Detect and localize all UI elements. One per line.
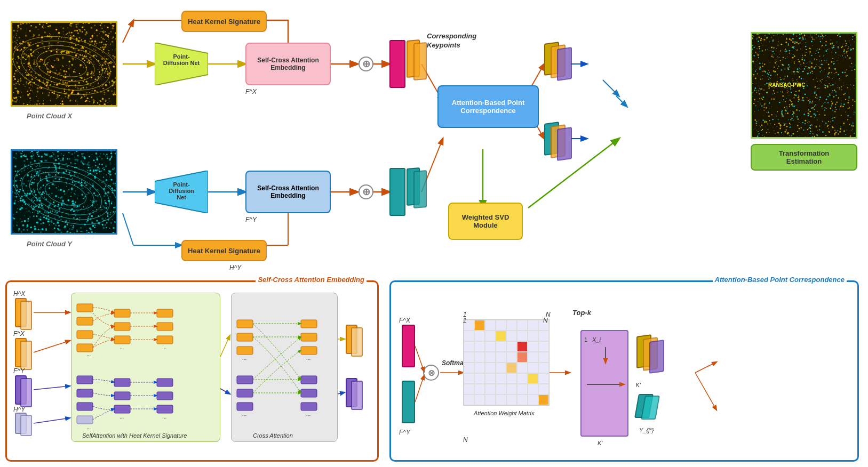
point-cloud-x (11, 21, 117, 107)
svg-line-4 (123, 20, 133, 43)
point-cloud-y (11, 149, 117, 235)
svg-line-85 (415, 375, 424, 402)
bottom-left-section: Self-Cross Attention Embedding H^X F^X F… (5, 280, 379, 462)
transform-image (751, 32, 857, 139)
feat-stack-y2 (413, 170, 427, 208)
svg-line-89 (695, 373, 716, 410)
pdnet-y: Point-DiffusionNet (155, 171, 208, 213)
svg-line-81 (220, 389, 230, 394)
svg-line-78 (34, 386, 70, 390)
plus-x: ⊕ (359, 57, 373, 71)
pdnet-x: Point- Diffusion Net (155, 43, 208, 85)
feature-block-y (389, 168, 405, 216)
bottom-right-section: Attention-Based Point Correspondence F^X… (389, 280, 859, 462)
transformation-estimation: Transformation Estimation (751, 144, 857, 171)
plus-y: ⊕ (359, 184, 373, 199)
yj-label: Y_{j*} (639, 427, 654, 433)
svg-text:N: N (463, 436, 468, 444)
svg-line-22 (528, 139, 619, 208)
svg-line-17 (123, 213, 133, 245)
self-cross-attention-y: Self-Cross Attention Embedding (245, 171, 331, 213)
topk-label: Top-k (572, 309, 591, 317)
attention-matrix: Attention Weight Matrix (463, 319, 550, 406)
selection-box: K' K' X_i 1 (580, 330, 628, 437)
fy-label: F^Y (245, 216, 257, 223)
corresponding-keypoints-label: Corresponding Keypoints (427, 32, 491, 50)
self-cross-attention-x: Self-Cross Attention Embedding (245, 43, 331, 85)
point-cloud-x-label: Point Cloud X (27, 112, 72, 120)
one-label-top: 1 (463, 317, 467, 324)
n-label-top: N (543, 317, 548, 324)
svg-line-25 (616, 96, 627, 107)
svg-line-88 (695, 362, 716, 373)
svg-line-10 (603, 80, 619, 96)
feat-stack-x2 (413, 42, 427, 80)
svg-line-79 (34, 418, 70, 423)
weighted-svd: Weighted SVD Module (448, 203, 523, 240)
fx-label-top: F^X (245, 88, 257, 95)
svg-line-83 (338, 392, 345, 394)
svg-line-77 (34, 341, 70, 352)
point-cloud-y-label: Point Cloud Y (27, 240, 72, 248)
diagram-container: Point Cloud X Point Cloud Y Heat Kernel … (0, 0, 868, 467)
kprime-y-label: K' (598, 440, 602, 446)
attention-matrix-label: Attention Weight Matrix (474, 410, 535, 416)
kprime-x-label: K' (636, 382, 641, 388)
heat-kernel-bottom: Heat Kernel Signature (181, 240, 267, 261)
svg-line-84 (415, 346, 424, 372)
hy-label: H^Y (229, 264, 241, 271)
feature-block-x (389, 40, 405, 88)
heat-kernel-top: Heat Kernel Signature (181, 11, 267, 32)
attention-correspondence: Attention-Based Point Correspondence (437, 85, 539, 128)
svg-line-80 (220, 335, 230, 357)
